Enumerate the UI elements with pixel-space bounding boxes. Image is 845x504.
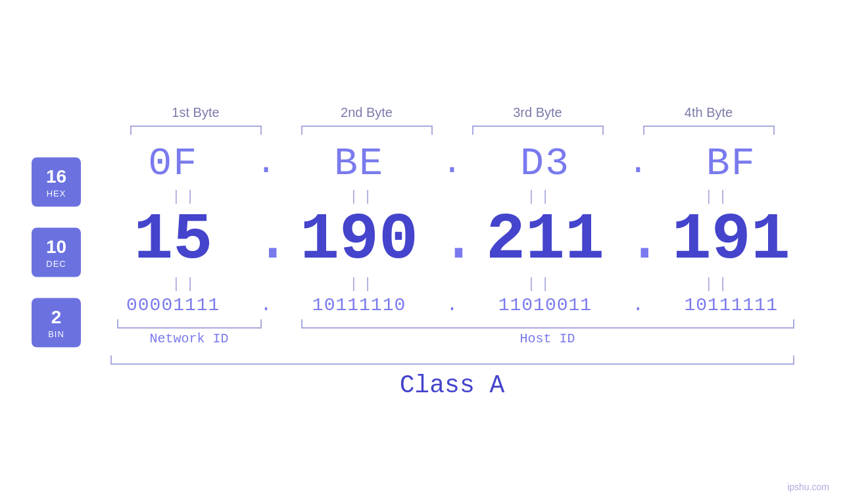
bin-badge-label: BIN xyxy=(48,329,64,338)
dot-bin-3: . xyxy=(625,295,651,315)
top-brackets xyxy=(91,126,814,135)
bin-value-1: 00001111 xyxy=(126,295,220,315)
hex-cell-4: BF xyxy=(659,141,804,186)
bin-badge-number: 2 xyxy=(51,306,62,327)
bin-value-3: 11010011 xyxy=(498,295,592,315)
hex-value-3: D3 xyxy=(520,141,570,186)
dec-value-1: 15 xyxy=(133,203,212,277)
dec-cell-2: 190 xyxy=(287,208,431,273)
hex-row: 0F . BE . D3 . BF xyxy=(91,141,814,186)
host-id-label: Host ID xyxy=(301,331,794,346)
bracket-top-4 xyxy=(643,126,775,135)
hex-cell-1: 0F xyxy=(101,141,245,186)
hex-value-4: BF xyxy=(706,141,756,186)
host-bracket xyxy=(301,319,794,329)
dot-dec-2: . xyxy=(439,208,465,273)
dot-1: . xyxy=(253,147,279,181)
hex-badge: 16 HEX xyxy=(32,157,81,206)
eq-2-4: || xyxy=(646,276,791,292)
bin-value-2: 10111110 xyxy=(312,295,406,315)
eq-2-1: || xyxy=(114,276,258,292)
hex-value-2: BE xyxy=(334,141,384,186)
dec-cell-4: 191 xyxy=(659,208,804,273)
network-bracket xyxy=(117,319,262,329)
byte-header-2: 2nd Byte xyxy=(295,105,439,120)
bin-cell-2: 10111110 xyxy=(287,295,431,315)
class-label: Class A xyxy=(91,371,814,400)
hex-value-1: 0F xyxy=(148,141,198,186)
dec-value-4: 191 xyxy=(672,203,790,277)
id-labels-row: Network ID Host ID xyxy=(91,331,814,346)
bin-cell-1: 00001111 xyxy=(101,295,245,315)
bin-cell-3: 11010011 xyxy=(473,295,617,315)
content-area: 1st Byte 2nd Byte 3rd Byte 4th Byte 0F .… xyxy=(91,105,814,400)
labels-gap xyxy=(262,331,301,346)
eq-2-3: || xyxy=(469,276,614,292)
bracket-gap xyxy=(262,319,301,329)
byte-header-1: 1st Byte xyxy=(124,105,268,120)
dec-row: 15 . 190 . 211 . 191 xyxy=(91,208,814,273)
hex-cell-2: BE xyxy=(287,141,431,186)
hex-badge-label: HEX xyxy=(47,188,66,198)
bin-value-4: 10111111 xyxy=(685,295,778,315)
dec-value-2: 190 xyxy=(300,203,418,277)
dec-value-3: 211 xyxy=(486,203,604,277)
dec-badge-number: 10 xyxy=(46,236,66,257)
dot-bin-2: . xyxy=(439,295,465,315)
network-id-label: Network ID xyxy=(117,331,262,346)
dot-dec-1: . xyxy=(253,208,279,273)
dot-3: . xyxy=(625,147,651,181)
byte-headers: 1st Byte 2nd Byte 3rd Byte 4th Byte xyxy=(91,105,814,120)
dec-badge-label: DEC xyxy=(46,258,66,268)
bin-cell-4: 10111111 xyxy=(659,295,804,315)
byte-header-4: 4th Byte xyxy=(637,105,781,120)
dot-2: . xyxy=(439,147,465,181)
equals-row-2: || || || || xyxy=(91,276,814,292)
byte-header-3: 3rd Byte xyxy=(466,105,610,120)
bin-row: 00001111 . 10111110 . 11010011 . 1011111… xyxy=(91,295,814,315)
dot-bin-1: . xyxy=(253,295,279,315)
bin-badge: 2 BIN xyxy=(32,298,81,347)
bracket-top-2 xyxy=(301,126,433,135)
badge-column: 16 HEX 10 DEC 2 BIN xyxy=(32,157,81,347)
dot-dec-3: . xyxy=(625,208,651,273)
hex-badge-number: 16 xyxy=(46,166,66,187)
eq-2-2: || xyxy=(291,276,436,292)
hex-cell-3: D3 xyxy=(473,141,617,186)
bottom-brackets-row xyxy=(91,319,814,329)
dec-cell-1: 15 xyxy=(101,208,245,273)
watermark: ipshu.com xyxy=(787,482,829,492)
main-container: 16 HEX 10 DEC 2 BIN 1st Byte 2nd Byte 3r… xyxy=(0,0,845,504)
class-bracket-area xyxy=(91,355,814,365)
bracket-top-1 xyxy=(130,126,262,135)
class-bracket xyxy=(110,355,794,365)
bracket-top-3 xyxy=(472,126,604,135)
dec-cell-3: 211 xyxy=(473,208,617,273)
dec-badge: 10 DEC xyxy=(32,227,81,277)
